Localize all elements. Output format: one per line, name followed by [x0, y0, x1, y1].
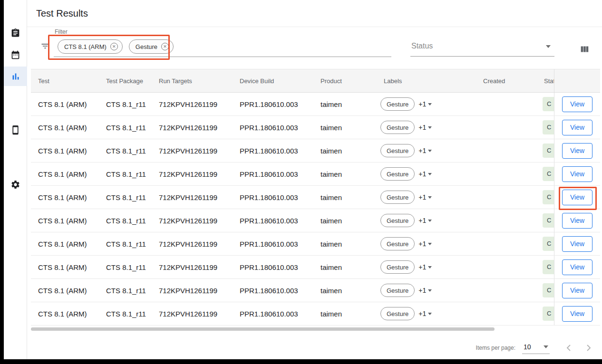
- view-button[interactable]: View: [562, 120, 592, 135]
- cell-product: taimen: [320, 256, 377, 278]
- more-labels-dropdown[interactable]: +1: [418, 240, 432, 248]
- sidebar-item-devices[interactable]: [4, 120, 27, 140]
- more-labels-count: +1: [418, 240, 426, 248]
- next-page-button[interactable]: [582, 341, 595, 354]
- chevron-down-icon: [546, 45, 551, 48]
- column-picker-button[interactable]: [575, 40, 594, 59]
- view-button[interactable]: View: [562, 306, 592, 322]
- view-button[interactable]: View: [562, 190, 592, 205]
- table-row: CTS 8.1 (ARM) CTS 8.1_r11 712KPVH1261199…: [31, 163, 600, 186]
- page-title: Test Results: [36, 8, 88, 19]
- label-chip: Gesture: [380, 97, 415, 111]
- table-header-row: Test Test Package Run Targets Device Bui…: [31, 69, 600, 93]
- status-badge: C: [543, 237, 554, 251]
- status-badge: C: [543, 97, 554, 111]
- cell-product: taimen: [320, 139, 377, 162]
- cell-created: [476, 209, 537, 232]
- cell-labels: Gesture +1: [377, 256, 476, 278]
- cell-status: C: [537, 163, 554, 185]
- cell-status: C: [537, 256, 554, 278]
- more-labels-dropdown[interactable]: +1: [418, 170, 432, 178]
- view-button[interactable]: View: [562, 213, 592, 229]
- close-icon[interactable]: ✕: [161, 43, 169, 50]
- page-size-select[interactable]: 10: [522, 342, 550, 354]
- view-button[interactable]: View: [562, 236, 592, 252]
- cell-device-build: PPR1.180610.003: [240, 232, 320, 255]
- filter-field-label: Filter: [55, 29, 68, 35]
- sidebar: [4, 0, 27, 359]
- gear-icon: [10, 180, 20, 190]
- more-labels-dropdown[interactable]: +1: [418, 310, 432, 317]
- label-chip: Gesture: [380, 284, 415, 297]
- table-row: CTS 8.1 (ARM) CTS 8.1_r11 712KPVH1261199…: [31, 93, 600, 116]
- sidebar-item-schedule[interactable]: [4, 45, 27, 65]
- col-header-product: Product: [320, 69, 377, 92]
- more-labels-dropdown[interactable]: +1: [418, 217, 432, 224]
- bar-chart-icon: [10, 71, 21, 82]
- label-chip: Gesture: [380, 144, 415, 157]
- table-row: CTS 8.1 (ARM) CTS 8.1_r11 712KPVH1261199…: [31, 186, 600, 209]
- label-chip: Gesture: [380, 260, 415, 274]
- more-labels-dropdown[interactable]: +1: [418, 124, 432, 131]
- label-chip: Gesture: [380, 237, 415, 250]
- view-button[interactable]: View: [562, 166, 592, 182]
- close-icon[interactable]: ✕: [110, 43, 118, 50]
- paginator: Items per page: 10: [476, 336, 595, 359]
- more-labels-count: +1: [418, 100, 426, 108]
- page-header: Test Results: [27, 0, 602, 27]
- clipboard-icon: [10, 28, 20, 38]
- view-button[interactable]: View: [562, 143, 592, 159]
- filter-button[interactable]: [38, 38, 53, 54]
- status-badge: C: [543, 190, 554, 204]
- label-chip: Gesture: [380, 191, 415, 204]
- more-labels-count: +1: [418, 124, 426, 131]
- chevron-down-icon: [544, 345, 548, 348]
- table-row: CTS 8.1 (ARM) CTS 8.1_r11 712KPVH1261199…: [31, 209, 600, 232]
- cell-created: [476, 139, 537, 162]
- sidebar-item-test-results[interactable]: [4, 67, 27, 86]
- cell-status: C: [537, 139, 554, 162]
- cell-test: CTS 8.1 (ARM): [31, 163, 106, 185]
- sidebar-item-settings[interactable]: [4, 175, 27, 194]
- previous-page-button[interactable]: [562, 341, 575, 354]
- cell-created: [476, 93, 537, 115]
- sidebar-item-test-plans[interactable]: [4, 23, 27, 43]
- more-labels-dropdown[interactable]: +1: [418, 263, 432, 271]
- more-labels-dropdown[interactable]: +1: [418, 147, 432, 154]
- more-labels-dropdown[interactable]: +1: [418, 100, 432, 108]
- view-button[interactable]: View: [562, 283, 592, 298]
- more-labels-count: +1: [418, 217, 426, 224]
- cell-run-targets: 712KPVH1261199: [159, 302, 240, 325]
- cell-device-build: PPR1.180610.003: [240, 116, 320, 139]
- view-button[interactable]: View: [562, 96, 592, 112]
- filter-bar: Filter CTS 8.1 (ARM) ✕ Gesture ✕ Status: [27, 27, 602, 69]
- filter-field-underline: [54, 57, 391, 57]
- table-row: CTS 8.1 (ARM) CTS 8.1_r11 712KPVH1261199…: [31, 302, 600, 326]
- status-dropdown[interactable]: Status: [410, 36, 554, 57]
- cell-labels: Gesture +1: [377, 139, 476, 162]
- cell-test-package: CTS 8.1_r11: [106, 279, 159, 302]
- horizontal-scrollbar[interactable]: [31, 327, 495, 331]
- filter-chip-label: Gesture: [136, 43, 157, 50]
- more-labels-count: +1: [418, 310, 426, 317]
- cell-run-targets: 712KPVH1261199: [159, 186, 240, 209]
- app-window: Test Results Filter CTS 8.1 (ARM) ✕ Gest…: [4, 0, 602, 359]
- cell-device-build: PPR1.180610.003: [240, 163, 320, 185]
- cell-labels: Gesture +1: [377, 302, 476, 325]
- view-button[interactable]: View: [562, 259, 592, 275]
- col-header-test-package: Test Package: [106, 69, 159, 92]
- col-header-status: Status: [537, 69, 554, 92]
- cell-labels: Gesture +1: [377, 279, 476, 302]
- more-labels-dropdown[interactable]: +1: [418, 287, 432, 294]
- cell-run-targets: 712KPVH1261199: [159, 139, 240, 162]
- more-labels-dropdown[interactable]: +1: [418, 193, 432, 201]
- cell-product: taimen: [320, 232, 377, 255]
- cell-device-build: PPR1.180610.003: [240, 279, 320, 302]
- chevron-left-icon: [563, 342, 574, 354]
- results-table: Test Test Package Run Targets Device Bui…: [31, 69, 600, 326]
- cell-test-package: CTS 8.1_r11: [106, 256, 159, 278]
- cell-created: [476, 279, 537, 302]
- cell-test: CTS 8.1 (ARM): [31, 93, 106, 115]
- cell-test: CTS 8.1 (ARM): [31, 256, 106, 278]
- page-size-value: 10: [524, 343, 531, 351]
